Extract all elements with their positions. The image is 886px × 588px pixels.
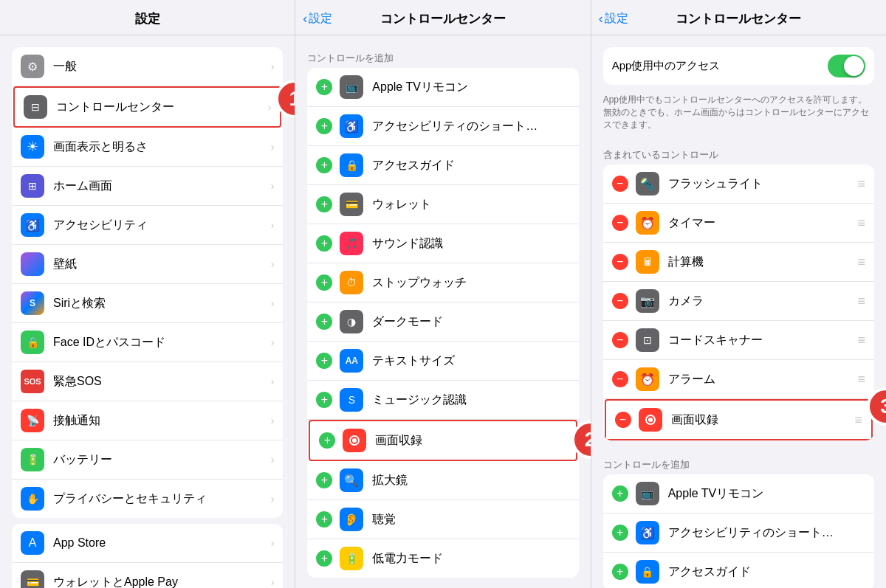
drag-handle[interactable]: ≡ (857, 215, 865, 231)
add-darkmode[interactable]: + ◑ ダークモード (307, 302, 578, 342)
plus-icon[interactable]: + (319, 432, 335, 449)
add-hearing[interactable]: + 👂 聴覚 (307, 500, 578, 539)
add-sound[interactable]: + 🎵 サウンド認識 (307, 224, 578, 263)
plus-icon[interactable]: + (316, 353, 332, 369)
list-item-wallpaper[interactable]: 壁紙 › (12, 245, 283, 284)
plus-icon[interactable]: + (316, 314, 332, 330)
chevron-icon: › (271, 415, 275, 426)
contains-alarm[interactable]: − ⏰ アラーム ≡ (603, 360, 874, 399)
plus-icon[interactable]: + (612, 525, 628, 541)
add-music[interactable]: + S ミュージック認識 (307, 381, 578, 420)
list-item-battery[interactable]: 🔋 バッテリー › (12, 440, 283, 480)
contains-calc[interactable]: − 🖩 計算機 ≡ (603, 243, 874, 282)
minus-icon[interactable]: − (612, 371, 628, 387)
add-appletv[interactable]: + 📺 Apple TVリモコン (307, 68, 578, 107)
wallet-label2: ウォレット (372, 197, 569, 212)
contains-scanner[interactable]: − ⊡ コードスキャナー ≡ (603, 321, 874, 360)
panel3-back[interactable]: ‹ 設定 (599, 11, 628, 27)
list-item-appstore[interactable]: A App Store › (12, 524, 283, 563)
display-label: 画面表示と明るさ (53, 139, 271, 155)
plus-icon[interactable]: + (316, 550, 332, 567)
drag-handle[interactable]: ≡ (854, 412, 862, 428)
scanner-icon: ⊡ (636, 328, 659, 352)
list-item-home[interactable]: ⊞ ホーム画面 › (12, 167, 283, 206)
record-label2: 画面収録 (671, 412, 849, 428)
drag-handle[interactable]: ≡ (857, 333, 865, 348)
add-record[interactable]: + 画面収録 (309, 420, 577, 461)
lowpower-label: 低電力モード (372, 551, 569, 567)
list-item-sos[interactable]: SOS 緊急SOS › (12, 362, 283, 401)
add-appletv2[interactable]: + 📺 Apple TVリモコン (603, 474, 874, 513)
list-item-general[interactable]: ⚙ 一般 › (12, 47, 283, 86)
contains-record[interactable]: − 画面収録 ≡ (605, 399, 873, 440)
plus-icon[interactable]: + (316, 274, 332, 291)
hearing-label: 聴覚 (372, 512, 569, 528)
plus-icon[interactable]: + (316, 472, 332, 488)
drag-handle[interactable]: ≡ (857, 255, 865, 270)
lowpower-icon: 🔋 (340, 547, 363, 570)
access-guide-label: アクセスガイド (372, 158, 569, 173)
plus-icon[interactable]: + (612, 485, 628, 502)
panel2-back[interactable]: ‹ 設定 (303, 11, 332, 27)
add-access-guide[interactable]: + 🔒 アクセスガイド (307, 146, 578, 185)
privacy-label: プライバシーとセキュリティ (53, 491, 271, 507)
access-toggle[interactable] (828, 55, 865, 77)
contains-list: App使用中のアクセス App使用中でもコントロールセンターへのアクセスを許可し… (591, 35, 886, 588)
plus-icon[interactable]: + (316, 511, 332, 528)
minus-icon[interactable]: − (612, 254, 628, 270)
add-textsize[interactable]: + AA テキストサイズ (307, 342, 578, 381)
camera-icon: 📷 (636, 289, 659, 313)
home-label: ホーム画面 (53, 179, 271, 194)
settings-list: ⚙ 一般 › ⊟ コントロールセンター › ☀ 画面表示と明るさ › ⊞ ホーム… (0, 35, 295, 588)
faceid-label: Face IDとパスコード (53, 335, 271, 350)
list-item-contact[interactable]: 📡 接触通知 › (12, 401, 283, 440)
record-icon2 (639, 408, 662, 432)
plus-icon[interactable]: + (316, 79, 332, 95)
list-item-wallet[interactable]: 💳 ウォレットとApple Pay › (12, 563, 283, 588)
chevron-icon: › (271, 493, 275, 505)
minus-icon[interactable]: − (615, 412, 631, 428)
panel2-title: コントロールセンター (380, 10, 506, 27)
drag-handle[interactable]: ≡ (857, 372, 865, 387)
list-item-accessibility[interactable]: ♿ アクセシビリティ › (12, 206, 283, 245)
sound-label: サウンド認識 (372, 236, 569, 252)
contains-camera[interactable]: − 📷 カメラ ≡ (603, 282, 874, 321)
step2-label: 2 (585, 428, 591, 452)
add-access-guide2[interactable]: + 🔒 アクセスガイド (603, 553, 874, 588)
list-item-faceid[interactable]: 🔒 Face IDとパスコード › (12, 323, 283, 362)
plus-icon[interactable]: + (316, 196, 332, 212)
add-access-shortcut[interactable]: + ♿ アクセシビリティのショート… (307, 107, 578, 146)
contains-flashlight[interactable]: − 🔦 フラッシュライト ≡ (603, 165, 874, 204)
add-magnify[interactable]: + 🔍 拡大鏡 (307, 461, 578, 500)
minus-icon[interactable]: − (612, 215, 628, 231)
plus-icon[interactable]: + (316, 235, 332, 252)
plus-icon[interactable]: + (612, 564, 628, 580)
list-item-siri[interactable]: S Siriと検索 › (12, 284, 283, 323)
contains-timer[interactable]: − ⏰ タイマー ≡ (603, 204, 874, 243)
control-center-icon: ⊟ (24, 95, 47, 119)
bottom-settings-group: A App Store › 💳 ウォレットとApple Pay › (12, 524, 283, 588)
plus-icon[interactable]: + (316, 118, 332, 134)
list-item-display[interactable]: ☀ 画面表示と明るさ › (12, 128, 283, 167)
drag-handle[interactable]: ≡ (857, 176, 865, 192)
alarm-label: アラーム (668, 372, 852, 387)
minus-icon[interactable]: − (612, 332, 628, 348)
add-wallet[interactable]: + 💳 ウォレット (307, 185, 578, 224)
minus-icon[interactable]: − (612, 176, 628, 192)
plus-icon[interactable]: + (316, 157, 332, 173)
add-controls-header: コントロールを追加 (591, 446, 886, 474)
plus-icon[interactable]: + (316, 392, 332, 408)
record-dot2 (648, 418, 653, 422)
panel1-header: 設定 (0, 0, 295, 35)
magnify-icon: 🔍 (340, 468, 363, 492)
add-lowpower[interactable]: + 🔋 低電力モード (307, 539, 578, 578)
add-stopwatch[interactable]: + ⏱ ストップウォッチ (307, 263, 578, 302)
drag-handle[interactable]: ≡ (857, 294, 865, 309)
add-controls-list: コントロールを追加 + 📺 Apple TVリモコン + ♿ アクセシビリティの… (295, 35, 590, 588)
list-item-control-center[interactable]: ⊟ コントロールセンター › (13, 86, 281, 128)
main-settings-group: ⚙ 一般 › ⊟ コントロールセンター › ☀ 画面表示と明るさ › ⊞ ホーム… (12, 47, 283, 518)
add-access-shortcut2[interactable]: + ♿ アクセシビリティのショート… (603, 513, 874, 553)
list-item-privacy[interactable]: ✋ プライバシーとセキュリティ › (12, 480, 283, 518)
sos-icon: SOS (21, 370, 44, 393)
minus-icon[interactable]: − (612, 293, 628, 309)
